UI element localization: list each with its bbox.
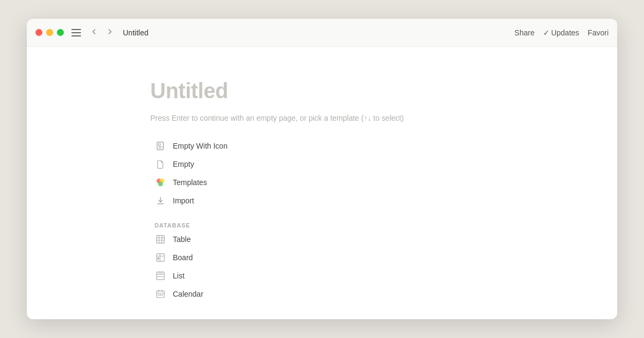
database-section-label: DATABASE [150,218,494,231]
menu-item-table[interactable]: Table [150,231,494,248]
menu-item-label: Templates [173,178,207,187]
maximize-button[interactable] [57,29,64,36]
menu-item-label: Table [173,235,191,244]
menu-item-templates[interactable]: Templates [150,174,494,191]
database-section: DATABASE Table [150,218,494,303]
menu-icon[interactable] [71,29,81,36]
page-heading[interactable]: Untitled [150,79,494,103]
svg-rect-9 [157,236,164,243]
svg-point-6 [158,181,163,186]
menu-item-import[interactable]: Import [150,192,494,209]
forward-button[interactable] [104,26,116,39]
database-menu: Table Board [150,231,494,303]
svg-rect-1 [158,144,160,146]
share-button[interactable]: Share [515,28,535,37]
menu-item-label: Import [173,196,194,205]
traffic-lights [35,29,64,36]
download-icon [155,195,166,207]
menu-item-label: Calendar [173,290,203,298]
menu-item-board[interactable]: Board [150,249,494,266]
app-window: Untitled Share ✓Updates Favori Untitled … [27,19,617,319]
document-icon [155,140,166,152]
menu-item-label: Empty [173,160,194,168]
svg-rect-27 [160,294,161,295]
table-icon [155,233,166,245]
titlebar: Untitled Share ✓Updates Favori [27,19,617,47]
svg-rect-26 [158,294,159,295]
svg-rect-28 [162,294,163,295]
menu-item-list[interactable]: List [150,267,494,284]
page-title: Untitled [123,28,148,37]
menu-item-label: Empty With Icon [173,142,228,150]
minimize-button[interactable] [46,29,53,36]
calendar-icon [155,288,166,300]
menu-item-label: Board [173,253,193,262]
empty-document-icon [155,158,166,170]
titlebar-actions: Share ✓Updates Favori [515,28,609,37]
hint-text: Press Enter to continue with an empty pa… [150,114,494,122]
nav-buttons [87,26,116,39]
board-icon [155,252,166,263]
menu-item-empty[interactable]: Empty [150,156,494,173]
main-content: Untitled Press Enter to continue with an… [27,47,617,319]
menu-item-empty-with-icon[interactable]: Empty With Icon [150,137,494,155]
list-icon [155,270,166,282]
back-button[interactable] [87,26,100,39]
menu-item-label: List [173,271,185,280]
favorites-button[interactable]: Favori [588,28,609,37]
templates-icon [155,177,166,188]
svg-rect-17 [158,258,159,260]
close-button[interactable] [35,29,42,36]
updates-button[interactable]: ✓Updates [543,28,579,37]
page-body: Untitled Press Enter to continue with an… [129,79,515,303]
template-menu: Empty With Icon Empty [150,137,494,209]
menu-item-calendar[interactable]: Calendar [150,285,494,303]
